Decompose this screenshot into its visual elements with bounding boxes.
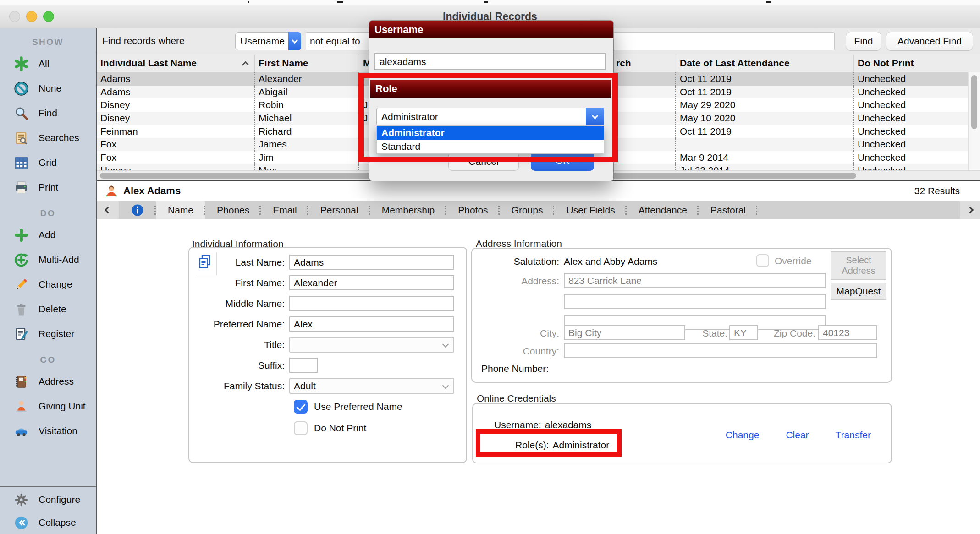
clear-link[interactable]: Clear xyxy=(786,430,809,441)
family-status-row: Family Status: Adult xyxy=(189,378,466,393)
last-name-field[interactable] xyxy=(289,255,454,270)
last-name-cell: Harvey xyxy=(97,164,255,170)
field-selector-dropdown[interactable]: Username xyxy=(235,32,301,50)
tab-user-fields[interactable]: User Fields xyxy=(554,201,626,219)
pencil-icon xyxy=(13,276,29,293)
sidebar-item-delete[interactable]: Delete xyxy=(0,297,96,321)
suffix-row: Suffix: xyxy=(189,358,466,373)
override-label: Override xyxy=(775,256,812,267)
sidebar-footer: Configure Collapse xyxy=(0,486,96,534)
family-status-dropdown[interactable]: Adult xyxy=(289,378,454,394)
title-row: Title: xyxy=(189,337,466,352)
date-cell: May 10 2020 xyxy=(676,112,854,125)
suffix-field[interactable] xyxy=(289,358,318,373)
last-name-cell: Adams xyxy=(97,72,255,86)
car-icon xyxy=(13,423,29,439)
tab-attendance[interactable]: Attendance xyxy=(627,201,699,219)
printer-icon xyxy=(13,179,29,196)
first-name-field[interactable] xyxy=(289,275,454,290)
sidebar-item-configure[interactable]: Configure xyxy=(0,488,96,511)
tab-phones[interactable]: Phones xyxy=(205,201,261,219)
use-preferred-name-label: Use Preferred Name xyxy=(314,401,402,412)
desktop-strip xyxy=(0,0,980,5)
dialog-username-input[interactable] xyxy=(374,53,606,70)
do-not-print-label: Do Not Print xyxy=(314,423,366,434)
option-standard[interactable]: Standard xyxy=(377,140,604,153)
dnp-cell: Unchecked xyxy=(854,112,966,125)
advanced-find-button[interactable]: Advanced Find xyxy=(886,32,973,51)
sidebar-item-searches[interactable]: Searches xyxy=(0,125,96,150)
tab-email[interactable]: Email xyxy=(261,201,308,219)
sidebar-item-collapse[interactable]: Collapse xyxy=(0,511,96,534)
transfer-link[interactable]: Transfer xyxy=(836,430,871,441)
register-icon xyxy=(13,326,29,342)
tab-personal[interactable]: Personal xyxy=(308,201,370,219)
individual-info-box: Last Name: First Name: Middle Name: xyxy=(188,247,467,463)
sidebar-item-register[interactable]: Register xyxy=(0,321,96,346)
username-label: Username: xyxy=(494,420,541,430)
column-header-do-not-print[interactable]: Do Not Print xyxy=(854,54,966,72)
middle-name-field[interactable] xyxy=(289,296,454,311)
tab-groups[interactable]: Groups xyxy=(500,201,555,219)
online-credentials-box: Username: alexadams Role(s): Administrat… xyxy=(472,403,892,463)
column-header-last-name[interactable]: Individual Last Name xyxy=(97,54,255,72)
chevron-down-icon xyxy=(442,341,449,348)
mapquest-button[interactable]: MapQuest xyxy=(831,283,886,300)
sidebar-item-change[interactable]: Change xyxy=(0,272,96,297)
sidebar-item-giving-unit[interactable]: Giving Unit xyxy=(0,394,96,419)
vertical-scrollbar-thumb[interactable] xyxy=(971,75,977,129)
address-info-box: Salutation: Alex and Abby Adams Override… xyxy=(471,248,892,383)
option-administrator[interactable]: Administrator xyxy=(377,126,604,140)
cancel-button[interactable]: Cancel xyxy=(448,152,519,171)
country-field[interactable] xyxy=(564,343,877,358)
zip-code-field[interactable] xyxy=(818,325,877,340)
sidebar-item-grid[interactable]: Grid xyxy=(0,150,96,175)
first-name-cell: Max xyxy=(255,164,359,170)
tab-photos[interactable]: Photos xyxy=(446,201,499,219)
results-bar: Alex Adams 32 Results xyxy=(97,180,980,201)
online-credentials-title: Online Credentials xyxy=(477,393,556,404)
sidebar-section-show: SHOW xyxy=(0,33,96,51)
sidebar-item-add[interactable]: Add xyxy=(0,223,96,247)
date-cell: Jul 23 2014 xyxy=(676,164,854,170)
detail-tabbar: Name Phones Email Personal Membership Ph… xyxy=(97,201,980,219)
tab-info[interactable] xyxy=(119,201,156,219)
title-dropdown[interactable] xyxy=(289,337,454,353)
sidebar: SHOW All None Find Searches xyxy=(0,28,97,534)
select-address-button[interactable]: Select Address xyxy=(831,251,886,280)
find-button[interactable]: Find xyxy=(846,32,881,51)
screen: Individual Records SHOW All None Find xyxy=(0,0,980,534)
collapse-icon xyxy=(13,514,29,531)
sidebar-item-find[interactable]: Find xyxy=(0,101,96,125)
salutation-value: Alex and Abby Adams xyxy=(564,256,657,267)
tabs-scroll-left[interactable] xyxy=(97,201,119,219)
person-icon xyxy=(13,398,29,414)
preferred-name-field[interactable] xyxy=(289,316,454,332)
column-header-date[interactable]: Date of Last Attendance xyxy=(676,54,854,72)
sidebar-item-print[interactable]: Print xyxy=(0,175,96,200)
gear-icon xyxy=(13,491,29,508)
tab-membership[interactable]: Membership xyxy=(370,201,446,219)
column-header-first-name[interactable]: First Name xyxy=(255,54,359,72)
tab-pastoral[interactable]: Pastoral xyxy=(699,201,757,219)
tabs-scroll-right[interactable] xyxy=(960,201,980,219)
use-preferred-name-checkbox[interactable] xyxy=(294,400,308,414)
sidebar-item-address[interactable]: Address xyxy=(0,369,96,394)
username-line: Username: alexadams xyxy=(494,420,591,430)
change-link[interactable]: Change xyxy=(726,430,760,441)
username-value: alexadams xyxy=(545,420,592,430)
role-dropdown[interactable]: Administrator xyxy=(376,108,604,125)
sidebar-item-none[interactable]: None xyxy=(0,76,96,101)
tab-handle[interactable] xyxy=(756,206,757,215)
do-not-print-checkbox[interactable] xyxy=(294,421,308,435)
sidebar-item-multi-add[interactable]: Multi-Add xyxy=(0,247,96,272)
last-name-cell: Adams xyxy=(97,86,255,99)
vertical-scrollbar[interactable] xyxy=(968,72,980,170)
sidebar-item-visitation[interactable]: Visitation xyxy=(0,419,96,443)
sidebar-item-all[interactable]: All xyxy=(0,51,96,76)
override-checkbox[interactable] xyxy=(756,254,769,267)
address-line1-field[interactable] xyxy=(564,273,826,288)
address-line2-field[interactable] xyxy=(564,294,826,309)
last-name-cell: Disney xyxy=(97,112,255,125)
tab-name[interactable]: Name xyxy=(156,201,205,219)
